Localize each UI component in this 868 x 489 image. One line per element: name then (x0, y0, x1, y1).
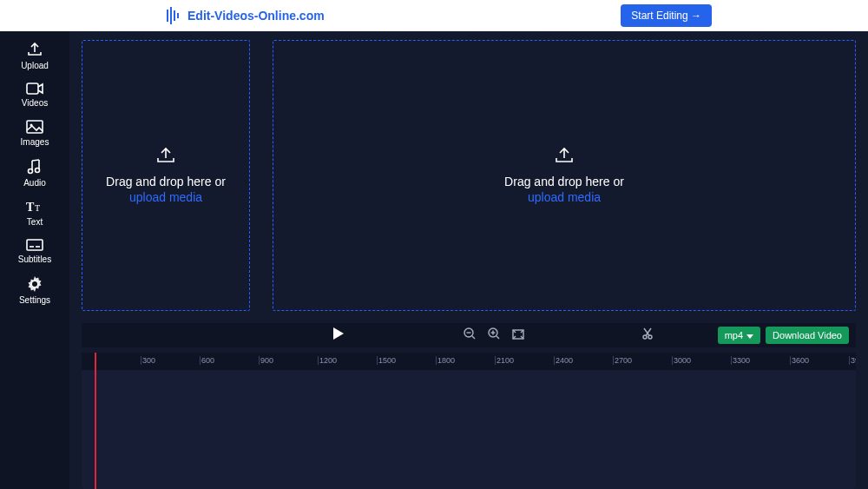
brand-logo-icon (165, 6, 181, 25)
zoom-out-button[interactable] (464, 327, 476, 343)
svg-rect-2 (174, 10, 175, 21)
start-editing-button[interactable]: Start Editing → (621, 4, 712, 27)
svg-text:T: T (26, 201, 35, 214)
brand-text: Edit-Videos-Online.com (187, 9, 325, 23)
timeline-tick-label: 900 (260, 356, 273, 365)
sidebar-item-videos[interactable]: Videos (22, 83, 48, 108)
sidebar-item-label: Text (27, 217, 43, 227)
timeline-tick-label: 300 (142, 356, 155, 365)
svg-rect-5 (27, 121, 43, 133)
svg-rect-1 (170, 7, 172, 24)
upload-icon (155, 147, 176, 168)
chevron-down-icon (746, 330, 753, 340)
timeline-tick-label: 2100 (496, 356, 514, 365)
svg-point-14 (32, 281, 37, 287)
gear-icon (27, 276, 43, 292)
zoom-group (464, 327, 524, 343)
main: Upload Videos Images (0, 31, 868, 489)
dropzone-text: Drag and drop here or (106, 175, 226, 188)
sidebar-item-settings[interactable]: Settings (19, 276, 50, 305)
svg-rect-0 (167, 10, 168, 22)
timeline[interactable]: 3006009001200150018002100240027003000330… (82, 353, 856, 489)
audio-icon (27, 159, 43, 175)
svg-line-19 (496, 336, 499, 339)
timeline-tick-label: 1500 (378, 356, 396, 365)
dropzone-upload-link[interactable]: upload media (129, 190, 202, 204)
timeline-ruler[interactable]: 3006009001200150018002100240027003000330… (82, 353, 856, 370)
subtitles-icon (26, 239, 43, 251)
sidebar-item-label: Videos (22, 98, 48, 108)
sidebar-item-images[interactable]: Images (21, 120, 49, 147)
timeline-tick-label: 2400 (556, 356, 573, 365)
timeline-tick-label: 1200 (319, 356, 337, 365)
sidebar-item-subtitles[interactable]: Subtitles (18, 239, 51, 264)
header: Edit-Videos-Online.com Start Editing → (0, 0, 868, 31)
sidebar-item-label: Subtitles (18, 254, 51, 264)
format-label: mp4 (725, 330, 743, 340)
svg-point-8 (35, 169, 39, 173)
timeline-tick-label: 2700 (615, 356, 632, 365)
upload-icon (26, 42, 43, 57)
download-button[interactable]: Download Video (766, 327, 849, 344)
timeline-tick-label: 1800 (437, 356, 455, 365)
svg-line-16 (472, 336, 475, 339)
sidebar-item-audio[interactable]: Audio (23, 159, 46, 188)
dropzone-upload-link[interactable]: upload media (528, 190, 601, 204)
sidebar-item-label: Settings (19, 295, 50, 305)
timeline-tick-label: 3000 (674, 356, 691, 365)
preview-dropzone[interactable]: Drag and drop here or upload media (273, 40, 856, 311)
cut-button[interactable] (641, 327, 654, 343)
dropzone-text: Drag and drop here or (504, 175, 624, 188)
svg-text:T: T (35, 203, 40, 213)
upload-icon (554, 147, 575, 168)
sidebar-item-label: Audio (23, 178, 46, 188)
timeline-tick-label: 600 (201, 356, 214, 365)
text-icon: T T (26, 200, 43, 214)
image-icon (26, 120, 43, 134)
sidebar: Upload Videos Images (0, 31, 69, 489)
timeline-tick-label: 3900 (851, 356, 856, 365)
sidebar-item-upload[interactable]: Upload (21, 42, 49, 70)
svg-rect-4 (27, 83, 38, 94)
timeline-tick-label: 3300 (733, 356, 750, 365)
svg-rect-3 (177, 13, 179, 18)
sidebar-item-text[interactable]: T T Text (26, 200, 43, 227)
work-area: Drag and drop here or upload media Drag … (69, 31, 868, 489)
format-select[interactable]: mp4 (718, 327, 760, 344)
brand[interactable]: Edit-Videos-Online.com (165, 6, 325, 25)
timeline-track-area[interactable] (82, 370, 856, 489)
playhead[interactable] (95, 353, 96, 489)
svg-point-7 (28, 169, 32, 174)
playback-toolbar: mp4 Download Video (82, 323, 856, 347)
sidebar-item-label: Upload (21, 61, 49, 70)
panels: Drag and drop here or upload media Drag … (69, 31, 868, 316)
sidebar-item-label: Images (21, 137, 49, 147)
zoom-in-button[interactable] (488, 327, 500, 343)
media-dropzone-left[interactable]: Drag and drop here or upload media (82, 40, 250, 311)
timeline-tick-label: 3600 (792, 356, 809, 365)
svg-rect-11 (27, 240, 43, 250)
video-icon (26, 83, 43, 95)
play-button[interactable] (333, 327, 344, 343)
fit-button[interactable] (512, 327, 524, 343)
